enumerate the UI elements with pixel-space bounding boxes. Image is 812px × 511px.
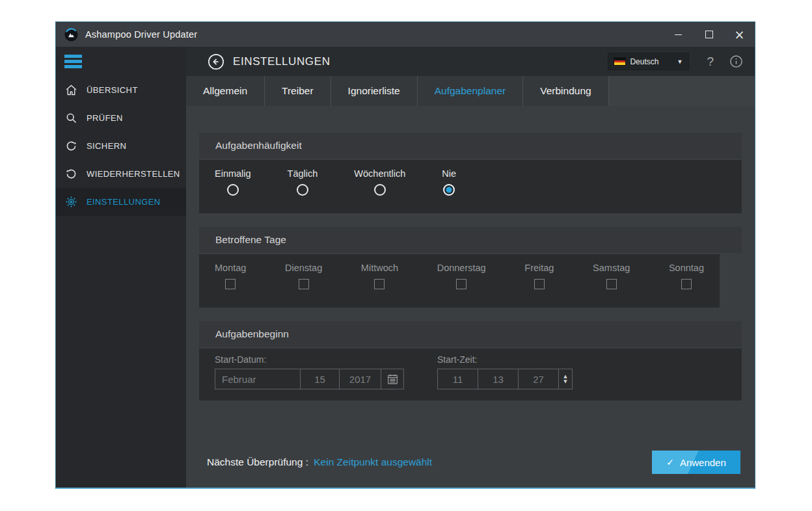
sidebar-item-label: PRÜFEN: [87, 113, 123, 123]
day-label: Montag: [215, 263, 246, 273]
check-icon: ✓: [666, 457, 674, 467]
calendar-icon[interactable]: [381, 369, 403, 389]
settings-panel: Aufgabenhäufigkeit Einmalig Täglich Wöch…: [186, 106, 755, 488]
back-button[interactable]: [208, 53, 224, 70]
home-icon: [64, 83, 78, 97]
day-label: Samstag: [593, 263, 630, 273]
day-field[interactable]: 15: [301, 369, 340, 389]
start-time-group: Start-Zeit: 11 13 27 ▲ ▼: [437, 354, 573, 400]
start-controls: Start-Datum: Februar 15 2017 Start-Zeit:…: [199, 348, 742, 400]
help-button[interactable]: ?: [707, 55, 714, 69]
frequency-option-taeglich: Täglich: [288, 168, 318, 213]
day-option-montag: Montag: [215, 263, 246, 308]
day-label: Dienstag: [285, 263, 322, 273]
checkbox-montag[interactable]: [225, 279, 236, 289]
radio-nie[interactable]: [443, 184, 455, 196]
sidebar-item-uebersicht[interactable]: ÜBERSICHT: [56, 76, 186, 104]
restore-icon: [64, 167, 78, 181]
start-time-label: Start-Zeit:: [437, 354, 573, 365]
checkbox-samstag[interactable]: [606, 279, 617, 289]
sidebar-item-sichern[interactable]: SICHERN: [56, 132, 186, 160]
day-option-dienstag: Dienstag: [285, 263, 322, 308]
search-icon: [64, 111, 78, 125]
radio-woechentlich[interactable]: [374, 184, 386, 196]
checkbox-sonntag[interactable]: [681, 279, 692, 289]
sidebar-item-wiederherstellen[interactable]: WIEDERHERSTELLEN: [56, 160, 186, 188]
day-option-donnerstag: Donnerstag: [437, 263, 486, 308]
frequency-option-einmalig: Einmalig: [215, 168, 251, 213]
desktop: Ashampoo Driver Updater × ÜBERSICHT PRÜF…: [0, 0, 812, 511]
footer-bar: Nächste Überprüfung : Kein Zeitpunkt aus…: [199, 451, 742, 474]
days-section: Betroffene Tage Montag Dienstag Mittwoch…: [199, 227, 742, 308]
minimize-icon: [675, 34, 682, 35]
checkbox-dienstag[interactable]: [299, 279, 309, 289]
tab-verbindung[interactable]: Verbindung: [523, 76, 608, 106]
day-option-samstag: Samstag: [593, 263, 630, 308]
seconds-field[interactable]: 27: [519, 369, 559, 389]
day-option-mittwoch: Mittwoch: [361, 263, 398, 308]
frequency-option-label: Wöchentlich: [354, 168, 405, 179]
radio-einmalig[interactable]: [227, 184, 239, 196]
sidebar-item-label: EINSTELLUNGEN: [87, 197, 161, 207]
radio-taeglich[interactable]: [297, 184, 308, 196]
start-section: Aufgabenbeginn Start-Datum: Februar 15 2…: [199, 321, 742, 400]
tab-aufgabenplaner[interactable]: Aufgabenplaner: [418, 76, 523, 106]
spinner-up-icon[interactable]: ▲: [563, 374, 567, 379]
window-controls: ×: [663, 22, 755, 47]
start-section-title: Aufgabenbeginn: [199, 321, 742, 348]
frequency-option-label: Nie: [442, 168, 456, 179]
backup-icon: [64, 139, 78, 153]
app-window: Ashampoo Driver Updater × ÜBERSICHT PRÜF…: [55, 21, 755, 489]
content-area: EINSTELLUNGEN Deutsch ▼ ? AllgemeinTre: [186, 47, 755, 488]
sidebar: ÜBERSICHT PRÜFEN SICHERN WIEDERHERSTELLE…: [56, 47, 186, 488]
checkbox-donnerstag[interactable]: [456, 279, 467, 289]
frequency-section: Aufgabenhäufigkeit Einmalig Täglich Wöch…: [199, 133, 742, 213]
year-field[interactable]: 2017: [340, 369, 381, 389]
info-button[interactable]: [729, 55, 743, 68]
tab-allgemein[interactable]: Allgemein: [186, 76, 265, 106]
sidebar-item-label: ÜBERSICHT: [87, 85, 138, 95]
close-button[interactable]: ×: [724, 22, 755, 47]
sidebar-item-einstellungen[interactable]: EINSTELLUNGEN: [56, 188, 186, 216]
frequency-option-label: Täglich: [288, 168, 318, 179]
spinner-down-icon[interactable]: ▼: [563, 379, 567, 384]
tab-bar: AllgemeinTreiberIgnorierlisteAufgabenpla…: [186, 76, 755, 106]
frequency-section-title: Aufgabenhäufigkeit: [199, 133, 742, 160]
apply-button[interactable]: ✓ Anwenden: [652, 451, 740, 474]
start-time-input: 11 13 27 ▲ ▼: [437, 369, 573, 389]
next-check-status: Nächste Überprüfung : Kein Zeitpunkt aus…: [199, 456, 432, 468]
start-date-label: Start-Datum:: [215, 354, 404, 365]
sidebar-item-pruefen[interactable]: PRÜFEN: [56, 104, 186, 132]
menu-button[interactable]: [56, 47, 186, 76]
next-check-value-link[interactable]: Kein Zeitpunkt ausgewählt: [314, 456, 432, 467]
day-label: Freitag: [524, 263, 554, 273]
app-logo-icon: [64, 27, 79, 42]
maximize-button[interactable]: [694, 22, 724, 47]
checkbox-freitag[interactable]: [534, 279, 545, 289]
language-selector[interactable]: Deutsch ▼: [608, 53, 689, 70]
tab-bar-filler: [609, 76, 755, 106]
chevron-down-icon: ▼: [677, 59, 683, 65]
month-field[interactable]: Februar: [215, 369, 301, 389]
frequency-options: Einmalig Täglich Wöchentlich Nie: [199, 160, 742, 213]
minimize-button[interactable]: [663, 22, 694, 47]
start-date-input: Februar 15 2017: [215, 369, 404, 389]
language-label: Deutsch: [630, 57, 658, 66]
maximize-icon: [705, 31, 713, 38]
hours-field[interactable]: 11: [438, 369, 478, 389]
sidebar-nav: ÜBERSICHT PRÜFEN SICHERN WIEDERHERSTELLE…: [56, 76, 186, 216]
day-checkboxes: Montag Dienstag Mittwoch Donnerstag Frei…: [199, 254, 720, 308]
apply-button-label: Anwenden: [680, 457, 726, 468]
minutes-field[interactable]: 13: [478, 369, 519, 389]
tab-ignorierliste[interactable]: Ignorierliste: [331, 76, 418, 106]
frequency-option-label: Einmalig: [215, 168, 251, 179]
frequency-option-woechentlich: Wöchentlich: [354, 168, 405, 213]
day-label: Mittwoch: [361, 263, 398, 273]
page-header: EINSTELLUNGEN Deutsch ▼ ?: [186, 47, 755, 76]
start-date-group: Start-Datum: Februar 15 2017: [215, 354, 404, 400]
day-option-sonntag: Sonntag: [669, 263, 704, 308]
tab-treiber[interactable]: Treiber: [265, 76, 331, 106]
checkbox-mittwoch[interactable]: [374, 279, 385, 289]
day-label: Donnerstag: [437, 263, 486, 273]
sidebar-item-label: WIEDERHERSTELLEN: [87, 169, 180, 179]
